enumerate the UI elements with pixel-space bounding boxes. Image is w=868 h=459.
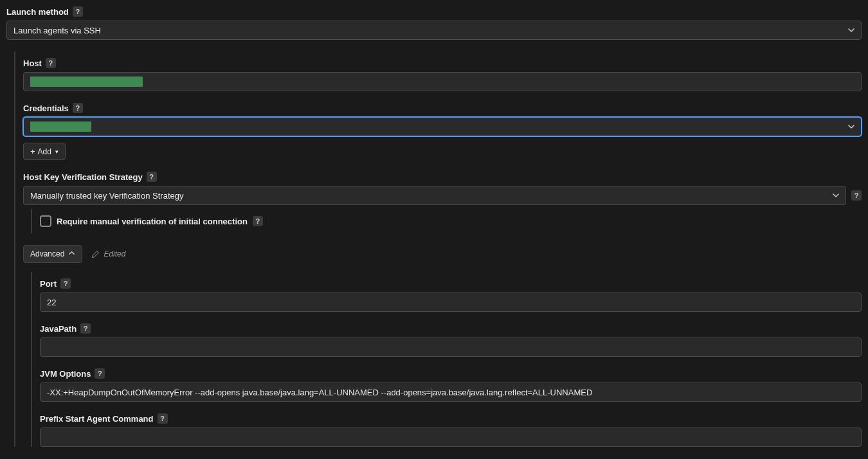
add-button-label: Add (38, 147, 51, 156)
prefix-start-input[interactable] (40, 428, 862, 447)
help-icon[interactable]: ? (60, 278, 71, 289)
jvm-options-input[interactable]: -XX:+HeapDumpOnOutOfMemoryError --add-op… (40, 382, 862, 402)
advanced-label: Advanced (30, 249, 64, 258)
credentials-select[interactable] (23, 117, 862, 136)
redacted-value (30, 76, 143, 87)
help-icon[interactable]: ? (73, 6, 83, 17)
host-field: Host ? (23, 58, 862, 91)
edited-label: Edited (104, 249, 125, 258)
jvm-options-value: -XX:+HeapDumpOnOutOfMemoryError --add-op… (47, 388, 592, 397)
credentials-field: Credentials ? + Add ▾ (23, 103, 862, 160)
require-manual-checkbox[interactable] (40, 215, 51, 227)
credentials-label: Credentials (23, 104, 69, 113)
host-input[interactable] (23, 72, 862, 91)
port-label: Port (40, 279, 57, 289)
require-manual-label: Require manual verification of initial c… (57, 217, 248, 226)
jvm-options-label: JVM Options (40, 369, 91, 379)
javapath-input[interactable] (40, 338, 862, 357)
launch-method-value: Launch agents via SSH (14, 26, 101, 35)
launch-method-select[interactable]: Launch agents via SSH (6, 21, 862, 40)
advanced-toggle-button[interactable]: Advanced (23, 245, 82, 263)
help-icon[interactable]: ? (46, 58, 56, 68)
javapath-label: JavaPath (40, 324, 77, 334)
launch-method-field: Launch method ? Launch agents via SSH (6, 6, 862, 40)
host-label: Host (23, 59, 42, 68)
add-credentials-button[interactable]: + Add ▾ (23, 143, 66, 160)
host-key-select[interactable]: Manually trusted key Verification Strate… (23, 186, 846, 205)
port-value: 22 (47, 298, 56, 307)
advanced-row: Advanced Edited (23, 245, 862, 263)
help-icon[interactable]: ? (851, 190, 862, 201)
port-input[interactable]: 22 (40, 292, 862, 312)
help-icon[interactable]: ? (158, 413, 168, 424)
launch-method-label: Launch method (6, 7, 69, 17)
caret-down-icon: ▾ (55, 148, 59, 155)
host-key-field: Host Key Verification Strategy ? Manuall… (23, 172, 862, 233)
help-icon[interactable]: ? (95, 368, 105, 379)
host-key-label: Host Key Verification Strategy (23, 172, 143, 182)
edited-indicator: Edited (91, 249, 125, 258)
help-icon[interactable]: ? (147, 172, 157, 182)
launch-method-details: Host ? Credentials ? + Add ▾ (14, 51, 862, 447)
javapath-field: JavaPath ? (40, 323, 862, 357)
chevron-up-icon (68, 249, 75, 258)
help-icon[interactable]: ? (73, 103, 83, 113)
redacted-value (30, 122, 91, 132)
prefix-start-field: Prefix Start Agent Command ? (40, 413, 862, 447)
prefix-start-label: Prefix Start Agent Command (40, 414, 154, 424)
plus-icon: + (30, 147, 35, 156)
pencil-icon (91, 250, 100, 258)
port-field: Port ? 22 (40, 278, 862, 312)
help-icon[interactable]: ? (80, 323, 91, 334)
help-icon[interactable]: ? (253, 216, 263, 226)
jvm-options-field: JVM Options ? -XX:+HeapDumpOnOutOfMemory… (40, 368, 862, 402)
advanced-section: Port ? 22 JavaPath ? JVM Options ? (31, 272, 862, 447)
host-key-value: Manually trusted key Verification Strate… (30, 191, 183, 201)
